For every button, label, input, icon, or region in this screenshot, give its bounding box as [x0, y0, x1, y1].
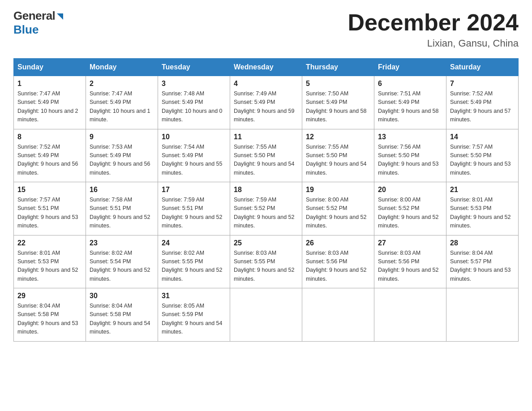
day-info: Sunrise: 8:03 AMSunset: 5:56 PMDaylight:…	[378, 250, 439, 282]
table-row: 29 Sunrise: 8:04 AMSunset: 5:58 PMDaylig…	[14, 288, 86, 342]
day-info: Sunrise: 7:49 AMSunset: 5:49 PMDaylight:…	[234, 90, 295, 123]
day-info: Sunrise: 8:03 AMSunset: 5:56 PMDaylight:…	[306, 250, 367, 282]
day-number: 1	[17, 80, 82, 88]
day-number: 11	[234, 133, 298, 141]
table-row: 15 Sunrise: 7:57 AMSunset: 5:51 PMDaylig…	[14, 182, 86, 235]
calendar-week-row: 29 Sunrise: 8:04 AMSunset: 5:58 PMDaylig…	[14, 288, 519, 342]
table-row: 9 Sunrise: 7:53 AMSunset: 5:49 PMDayligh…	[86, 129, 158, 182]
day-number: 20	[378, 186, 442, 194]
day-info: Sunrise: 8:01 AMSunset: 5:53 PMDaylight:…	[450, 197, 511, 229]
day-info: Sunrise: 7:50 AMSunset: 5:49 PMDaylight:…	[306, 90, 367, 123]
day-info: Sunrise: 8:04 AMSunset: 5:57 PMDaylight:…	[450, 250, 511, 282]
table-row: 3 Sunrise: 7:48 AMSunset: 5:49 PMDayligh…	[158, 76, 230, 129]
table-row: 7 Sunrise: 7:52 AMSunset: 5:49 PMDayligh…	[446, 76, 519, 129]
day-number: 13	[378, 133, 442, 141]
table-row: 13 Sunrise: 7:56 AMSunset: 5:50 PMDaylig…	[374, 129, 446, 182]
col-wednesday: Wednesday	[230, 59, 302, 76]
day-info: Sunrise: 7:57 AMSunset: 5:51 PMDaylight:…	[17, 197, 78, 229]
day-number: 31	[162, 292, 226, 300]
calendar-header-row: Sunday Monday Tuesday Wednesday Thursday…	[14, 59, 519, 76]
day-number: 8	[17, 133, 82, 141]
calendar-week-row: 22 Sunrise: 8:01 AMSunset: 5:53 PMDaylig…	[14, 235, 519, 288]
day-number: 25	[234, 239, 298, 247]
day-number: 23	[90, 239, 154, 247]
table-row: 23 Sunrise: 8:02 AMSunset: 5:54 PMDaylig…	[86, 235, 158, 288]
calendar-table: Sunday Monday Tuesday Wednesday Thursday…	[13, 58, 519, 342]
table-row: 19 Sunrise: 8:00 AMSunset: 5:52 PMDaylig…	[302, 182, 374, 235]
month-title: December 2024	[348, 9, 519, 36]
day-info: Sunrise: 7:59 AMSunset: 5:52 PMDaylight:…	[234, 197, 295, 229]
col-tuesday: Tuesday	[158, 59, 230, 76]
col-friday: Friday	[374, 59, 446, 76]
day-info: Sunrise: 8:02 AMSunset: 5:54 PMDaylight:…	[90, 250, 150, 282]
table-row: 18 Sunrise: 7:59 AMSunset: 5:52 PMDaylig…	[230, 182, 302, 235]
table-row: 11 Sunrise: 7:55 AMSunset: 5:50 PMDaylig…	[230, 129, 302, 182]
table-row: 8 Sunrise: 7:52 AMSunset: 5:49 PMDayligh…	[14, 129, 86, 182]
col-saturday: Saturday	[446, 59, 519, 76]
table-row: 12 Sunrise: 7:55 AMSunset: 5:50 PMDaylig…	[302, 129, 374, 182]
day-number: 21	[450, 186, 515, 194]
svg-marker-0	[57, 13, 63, 20]
day-info: Sunrise: 7:59 AMSunset: 5:51 PMDaylight:…	[162, 197, 223, 229]
col-sunday: Sunday	[14, 59, 86, 76]
day-number: 27	[378, 239, 442, 247]
table-row: 17 Sunrise: 7:59 AMSunset: 5:51 PMDaylig…	[158, 182, 230, 235]
day-info: Sunrise: 7:51 AMSunset: 5:49 PMDaylight:…	[378, 90, 439, 123]
col-thursday: Thursday	[302, 59, 374, 76]
table-row: 27 Sunrise: 8:03 AMSunset: 5:56 PMDaylig…	[374, 235, 446, 288]
day-number: 17	[162, 186, 226, 194]
day-info: Sunrise: 7:57 AMSunset: 5:50 PMDaylight:…	[450, 144, 511, 176]
day-info: Sunrise: 7:47 AMSunset: 5:49 PMDaylight:…	[90, 90, 150, 123]
day-number: 10	[162, 133, 226, 141]
table-row: 30 Sunrise: 8:04 AMSunset: 5:58 PMDaylig…	[86, 288, 158, 342]
table-row: 10 Sunrise: 7:54 AMSunset: 5:49 PMDaylig…	[158, 129, 230, 182]
table-row: 5 Sunrise: 7:50 AMSunset: 5:49 PMDayligh…	[302, 76, 374, 129]
day-number: 19	[306, 186, 370, 194]
table-row: 31 Sunrise: 8:05 AMSunset: 5:59 PMDaylig…	[158, 288, 230, 342]
day-number: 18	[234, 186, 298, 194]
table-row	[446, 288, 519, 342]
table-row: 22 Sunrise: 8:01 AMSunset: 5:53 PMDaylig…	[14, 235, 86, 288]
day-info: Sunrise: 7:55 AMSunset: 5:50 PMDaylight:…	[306, 144, 367, 176]
day-number: 9	[90, 133, 154, 141]
day-number: 26	[306, 239, 370, 247]
day-number: 16	[90, 186, 154, 194]
calendar-week-row: 15 Sunrise: 7:57 AMSunset: 5:51 PMDaylig…	[14, 182, 519, 235]
logo-triangle-icon	[55, 12, 65, 21]
day-number: 12	[306, 133, 370, 141]
table-row: 24 Sunrise: 8:02 AMSunset: 5:55 PMDaylig…	[158, 235, 230, 288]
day-number: 4	[234, 80, 298, 88]
table-row: 28 Sunrise: 8:04 AMSunset: 5:57 PMDaylig…	[446, 235, 519, 288]
location-subtitle: Lixian, Gansu, China	[348, 38, 519, 49]
page-header: General Blue December 2024 Lixian, Gansu…	[13, 9, 519, 49]
day-info: Sunrise: 8:04 AMSunset: 5:58 PMDaylight:…	[90, 303, 150, 335]
day-number: 24	[162, 239, 226, 247]
table-row: 25 Sunrise: 8:03 AMSunset: 5:55 PMDaylig…	[230, 235, 302, 288]
logo: General Blue	[13, 9, 65, 37]
logo-general-text: General	[13, 9, 55, 23]
day-number: 28	[450, 239, 515, 247]
day-info: Sunrise: 8:00 AMSunset: 5:52 PMDaylight:…	[378, 197, 439, 229]
day-info: Sunrise: 7:52 AMSunset: 5:49 PMDaylight:…	[17, 144, 78, 176]
table-row: 2 Sunrise: 7:47 AMSunset: 5:49 PMDayligh…	[86, 76, 158, 129]
table-row	[230, 288, 302, 342]
logo-blue-text: Blue	[13, 23, 39, 36]
table-row: 16 Sunrise: 7:58 AMSunset: 5:51 PMDaylig…	[86, 182, 158, 235]
calendar-week-row: 1 Sunrise: 7:47 AMSunset: 5:49 PMDayligh…	[14, 76, 519, 129]
day-number: 6	[378, 80, 442, 88]
day-number: 7	[450, 80, 515, 88]
day-info: Sunrise: 8:01 AMSunset: 5:53 PMDaylight:…	[17, 250, 78, 282]
title-area: December 2024 Lixian, Gansu, China	[348, 9, 519, 49]
day-info: Sunrise: 7:58 AMSunset: 5:51 PMDaylight:…	[90, 197, 150, 229]
table-row	[374, 288, 446, 342]
day-info: Sunrise: 7:52 AMSunset: 5:49 PMDaylight:…	[450, 90, 511, 123]
day-info: Sunrise: 7:56 AMSunset: 5:50 PMDaylight:…	[378, 144, 439, 176]
day-info: Sunrise: 8:03 AMSunset: 5:55 PMDaylight:…	[234, 250, 295, 282]
day-info: Sunrise: 7:53 AMSunset: 5:49 PMDaylight:…	[90, 144, 150, 176]
day-number: 2	[90, 80, 154, 88]
day-info: Sunrise: 7:55 AMSunset: 5:50 PMDaylight:…	[234, 144, 295, 176]
table-row: 1 Sunrise: 7:47 AMSunset: 5:49 PMDayligh…	[14, 76, 86, 129]
table-row	[302, 288, 374, 342]
day-number: 29	[17, 292, 82, 300]
table-row: 4 Sunrise: 7:49 AMSunset: 5:49 PMDayligh…	[230, 76, 302, 129]
